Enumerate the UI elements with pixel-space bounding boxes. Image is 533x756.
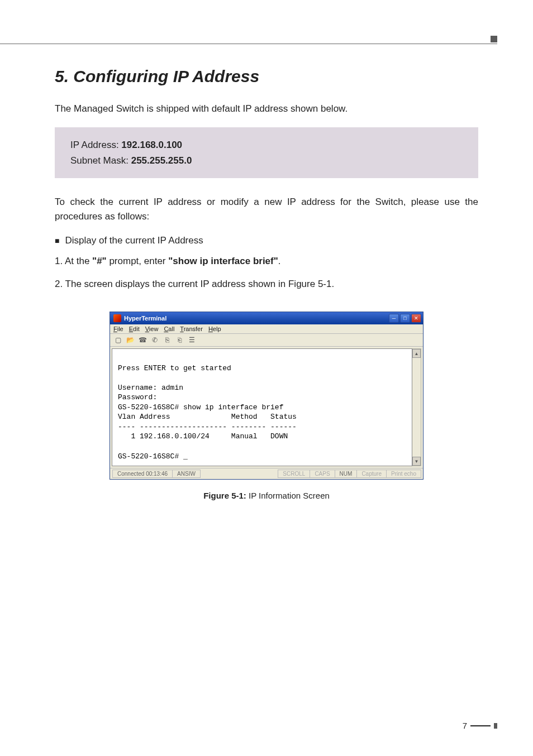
properties-icon[interactable]: ☰ <box>187 336 196 344</box>
ip-address-label: IP Address: <box>70 140 121 150</box>
step1-text-post: . <box>278 256 281 266</box>
step-1: 1. At the "#" prompt, enter "show ip int… <box>55 254 478 269</box>
window-title: HyperTerminal <box>124 315 166 322</box>
close-button[interactable]: ✕ <box>411 314 421 323</box>
titlebar-left: HyperTerminal <box>113 314 166 322</box>
menu-call[interactable]: Call <box>164 326 174 332</box>
toolbar: ▢ 📂 ☎ ✆ ⎘ ⎗ ☰ <box>110 334 423 347</box>
bullet-display-ip: ■ Display of the current IP Address <box>55 235 478 246</box>
intro-paragraph: The Managed Switch is shipped with defau… <box>55 102 478 116</box>
step1-hash: "#" <box>92 256 107 266</box>
figure-caption: Figure 5-1: IP Information Screen <box>55 491 478 500</box>
menu-edit[interactable]: Edit <box>129 326 140 332</box>
page-end-marker <box>494 723 497 729</box>
page-bar-icon <box>470 725 491 726</box>
menu-file[interactable]: File <box>113 326 123 332</box>
step1-text-pre: 1. At the <box>55 256 92 266</box>
figure-caption-label: Figure 5-1: <box>203 491 246 500</box>
menu-view[interactable]: View <box>145 326 159 332</box>
menu-bar: File Edit View Call Transfer Help <box>110 324 423 334</box>
terminal-area: Press ENTER to get started Username: adm… <box>110 347 423 468</box>
subnet-mask-label: Subnet Mask: <box>70 155 131 166</box>
disconnect-icon[interactable]: ✆ <box>150 336 159 344</box>
page-content: 5. Configuring IP Address The Managed Sw… <box>0 0 533 500</box>
new-icon[interactable]: ▢ <box>113 336 122 344</box>
section-heading: 5. Configuring IP Address <box>55 67 478 86</box>
bullet-square-icon: ■ <box>55 236 59 245</box>
status-printecho: Print echo <box>386 470 421 478</box>
ip-address-value: 192.168.0.100 <box>121 140 182 150</box>
subnet-mask-value: 255.255.255.0 <box>131 155 192 166</box>
page-number-wrap: 7 <box>463 721 497 730</box>
maximize-button[interactable]: □ <box>400 314 410 323</box>
call-icon[interactable]: ☎ <box>138 336 147 344</box>
status-capture: Capture <box>356 470 387 478</box>
page-corner-marker <box>491 36 497 42</box>
bullet-text: Display of the current IP Address <box>65 235 203 246</box>
status-mode: ANSIW <box>172 470 201 478</box>
procedure-intro: To check the current IP address or modif… <box>55 195 478 224</box>
status-caps: CAPS <box>310 470 335 478</box>
status-connected: Connected 00:13:46 <box>112 470 173 478</box>
scroll-down-icon[interactable]: ▼ <box>412 457 421 466</box>
menu-transfer[interactable]: Transfer <box>180 326 203 332</box>
window-controls: ─ □ ✕ <box>389 314 421 323</box>
scrollbar[interactable]: ▲ ▼ <box>412 348 421 466</box>
status-num: NUM <box>335 470 358 478</box>
ip-address-line: IP Address: 192.168.0.100 <box>70 137 463 152</box>
subnet-mask-line: Subnet Mask: 255.255.255.0 <box>70 153 463 168</box>
header-rule <box>0 44 497 44</box>
status-bar: Connected 00:13:46 ANSIW SCROLL CAPS NUM… <box>110 468 423 479</box>
step1-text-mid: prompt, enter <box>107 256 169 266</box>
minimize-button[interactable]: ─ <box>389 314 399 323</box>
step-2: 2. The screen displays the current IP ad… <box>55 277 478 291</box>
hyperterminal-window: HyperTerminal ─ □ ✕ File Edit View Call … <box>110 312 423 480</box>
send-icon[interactable]: ⎘ <box>163 336 172 344</box>
scroll-up-icon[interactable]: ▲ <box>412 349 421 358</box>
window-titlebar: HyperTerminal ─ □ ✕ <box>110 312 423 324</box>
step1-command: "show ip interface brief" <box>168 256 278 266</box>
status-scroll: SCROLL <box>278 470 310 478</box>
app-icon <box>113 314 121 322</box>
figure-container: HyperTerminal ─ □ ✕ File Edit View Call … <box>55 312 478 480</box>
figure-caption-text: IP Information Screen <box>246 491 330 500</box>
page-number: 7 <box>463 721 467 730</box>
menu-help[interactable]: Help <box>208 326 221 332</box>
terminal-output[interactable]: Press ENTER to get started Username: adm… <box>112 348 412 466</box>
open-icon[interactable]: 📂 <box>126 336 135 344</box>
ip-info-box: IP Address: 192.168.0.100 Subnet Mask: 2… <box>55 127 478 178</box>
receive-icon[interactable]: ⎗ <box>175 336 184 344</box>
